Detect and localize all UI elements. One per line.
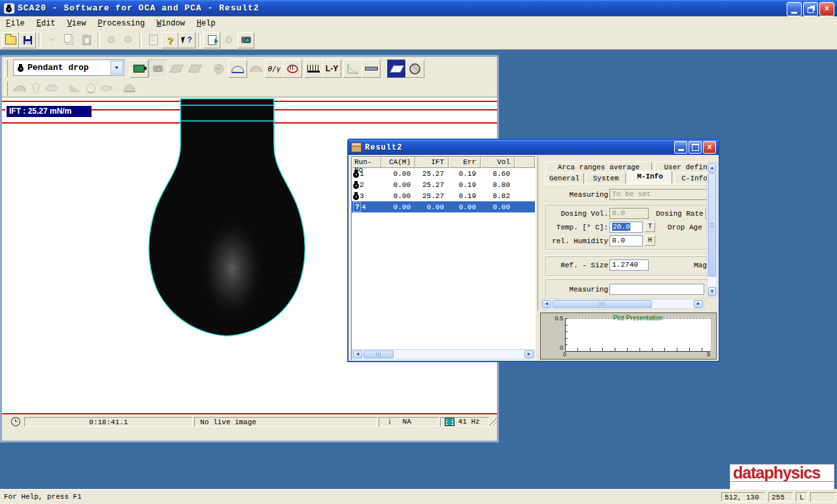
snapshot-button[interactable] xyxy=(237,32,254,48)
resize-grip[interactable] xyxy=(489,418,497,426)
video-camera-button[interactable] xyxy=(129,59,148,78)
run-drop-icon xyxy=(353,181,359,189)
restore-button[interactable] xyxy=(803,2,818,16)
scroll-thumb[interactable] xyxy=(708,173,716,277)
eraser-button[interactable] xyxy=(387,59,406,78)
save-button[interactable] xyxy=(19,32,36,48)
tab-system[interactable]: System xyxy=(586,173,626,184)
result2-titlebar[interactable]: Result2 × xyxy=(349,140,719,155)
save-icon xyxy=(24,36,32,44)
menu-window[interactable]: Window xyxy=(150,18,190,29)
menu-processing[interactable]: Processing xyxy=(92,18,150,29)
open-file-icon xyxy=(5,36,16,44)
result2-close-button[interactable]: × xyxy=(703,141,716,154)
temp-field[interactable]: 20.0 xyxy=(609,222,643,233)
circle-drop-icon xyxy=(86,84,95,93)
slant-icon xyxy=(188,65,202,73)
tab-m-info[interactable]: M-Info xyxy=(628,171,672,184)
gear-icon: ⚙ xyxy=(107,35,115,45)
menu-file[interactable]: File xyxy=(0,18,31,29)
frame-rate: 41 Hz xyxy=(458,417,480,427)
dosing-rate-label: Dosing Rate xyxy=(656,209,704,218)
menu-edit[interactable]: Edit xyxy=(31,18,61,29)
panel-h-scrollbar[interactable]: ◄ ► xyxy=(541,299,704,309)
table-row[interactable]: 1 0.00 25.27 0.19 8.60 xyxy=(352,168,535,179)
scroll-left-button[interactable]: ◄ xyxy=(542,300,551,308)
col-err[interactable]: Err xyxy=(449,157,481,168)
laplace-young-label: L-Y xyxy=(326,64,338,73)
horizontal-line-button[interactable] xyxy=(362,59,381,78)
result2-title: Result2 xyxy=(365,143,402,152)
humidity-field[interactable]: 0.0 xyxy=(609,235,643,246)
close-button[interactable]: × xyxy=(819,2,834,16)
dropdown-arrow-icon[interactable]: ▼ xyxy=(111,61,123,75)
snapshot-camera-button[interactable] xyxy=(148,59,167,78)
toolbar-grip[interactable] xyxy=(5,82,8,95)
status-help-text: For Help, press F1 xyxy=(4,493,82,501)
scroll-right-button[interactable]: ► xyxy=(694,300,703,308)
flat-drop-icon xyxy=(101,86,112,91)
na-value: NA xyxy=(403,417,411,427)
scroll-thumb[interactable] xyxy=(364,350,394,358)
table-h-scrollbar[interactable]: ◄ ► xyxy=(352,349,535,360)
decay-curve-button[interactable] xyxy=(343,59,362,78)
arc-baseline-button[interactable] xyxy=(228,59,247,78)
theta-gamma-label: θ/γ xyxy=(268,65,281,73)
table-row[interactable]: 2 0.00 25.27 0.19 8.80 xyxy=(352,179,535,190)
scroll-right-button[interactable]: ► xyxy=(524,350,534,358)
table-header-row: Run-No CA(M) IFT Err Vol xyxy=(352,157,535,168)
tab-general[interactable]: General xyxy=(545,173,584,184)
col-extra[interactable] xyxy=(515,157,535,168)
result2-maximize-button[interactable] xyxy=(689,141,702,154)
measuring2-label: Measuring xyxy=(560,285,608,294)
main-titlebar[interactable]: SCA20 - Software for OCA and PCA - Resul… xyxy=(0,0,837,16)
scroll-left-button[interactable]: ◄ xyxy=(353,350,362,358)
manual-contour-button[interactable] xyxy=(283,59,302,78)
tab-c-info[interactable]: C-Info xyxy=(674,173,707,184)
drop2-toolbar-2 xyxy=(2,79,497,97)
open-file-button[interactable] xyxy=(2,32,19,48)
laplace-young-button[interactable]: L-Y xyxy=(322,59,341,78)
humidity-unit-button[interactable]: H xyxy=(645,235,655,246)
info-icon: i xyxy=(388,417,390,427)
measuring-label: Measuring xyxy=(553,190,608,199)
live-image-status: No live image xyxy=(194,417,377,427)
minimize-button[interactable] xyxy=(787,2,802,16)
scroll-thumb[interactable] xyxy=(553,300,652,308)
menu-view[interactable]: View xyxy=(61,18,92,29)
measuring-field[interactable]: To be set xyxy=(609,189,707,200)
col-run-no[interactable]: Run-No xyxy=(352,157,381,168)
panel-v-scrollbar[interactable]: ▲ ▼ xyxy=(707,162,717,297)
ref-size-label: Ref. - Size xyxy=(553,261,608,270)
cut-icon: ✂ xyxy=(50,35,55,45)
col-ca[interactable]: CA(M) xyxy=(381,157,415,168)
col-vol[interactable]: Vol xyxy=(481,157,515,168)
table-row-selected[interactable]: ?4 0.00 0.00 0.00 0.00 xyxy=(352,201,535,212)
measuring2-field[interactable] xyxy=(609,284,704,295)
eraser-icon xyxy=(390,65,404,73)
lens-shape-button xyxy=(43,80,60,96)
scroll-down-button[interactable]: ▼ xyxy=(708,287,716,296)
slant-icon xyxy=(169,65,184,73)
menu-help[interactable]: Help xyxy=(191,18,222,29)
baseline-ruler-button[interactable] xyxy=(304,59,323,78)
toolbar-grip[interactable] xyxy=(5,60,8,77)
help-icon: ? xyxy=(167,35,173,46)
camera-icon xyxy=(241,37,251,43)
scroll-up-button[interactable]: ▲ xyxy=(708,163,716,173)
theta-gamma-button[interactable]: θ/γ xyxy=(265,59,284,78)
contour-circle-button[interactable] xyxy=(405,59,424,78)
gear-icon: ⚙ xyxy=(224,35,233,45)
context-help-button[interactable]: ? xyxy=(179,32,196,48)
help-button[interactable]: ? xyxy=(162,32,179,48)
export-report-button[interactable] xyxy=(203,32,220,48)
method-selector[interactable]: Pendant drop ▼ xyxy=(13,59,124,76)
temp-unit-button[interactable]: T xyxy=(645,222,655,232)
table-row[interactable]: 3 0.00 25.27 0.19 8.82 xyxy=(352,190,535,201)
dosing-vol-field[interactable]: 0.0 xyxy=(609,208,649,219)
result2-minimize-button[interactable] xyxy=(674,141,687,154)
ref-size-field[interactable]: 1.2740 xyxy=(609,260,649,271)
col-ift[interactable]: IFT xyxy=(415,157,449,168)
mag-label: Mag xyxy=(694,261,707,270)
y-axis-ticks xyxy=(565,318,568,352)
